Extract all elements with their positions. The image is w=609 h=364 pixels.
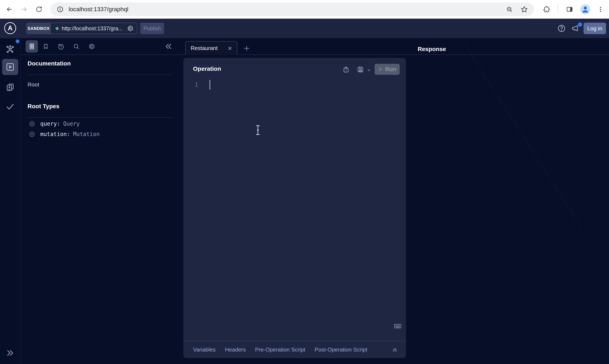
new-tab-plus-icon[interactable]: [243, 44, 250, 52]
apollo-logo[interactable]: A: [4, 22, 16, 34]
docs-divider: [27, 75, 172, 75]
operation-footer: Variables Headers Pre-Operation Script P…: [183, 341, 406, 358]
schema-graph-icon[interactable]: [5, 44, 15, 54]
docs-root-link[interactable]: Root: [27, 81, 39, 88]
field-name[interactable]: mutation:: [40, 131, 70, 137]
back-arrow-icon[interactable]: [3, 3, 15, 15]
help-icon[interactable]: [557, 24, 566, 33]
zoom-out-icon[interactable]: [505, 5, 514, 14]
side-panel-icon[interactable]: [564, 3, 575, 15]
toolbar-separator: [558, 5, 558, 14]
run-button[interactable]: Run: [375, 64, 400, 75]
checks-checkmark-icon[interactable]: [5, 102, 15, 111]
post-operation-script-link[interactable]: Post-Operation Script: [315, 346, 367, 353]
menu-kebab-icon[interactable]: [595, 3, 607, 15]
profile-avatar[interactable]: [580, 4, 590, 14]
text-cursor-pointer: [254, 124, 261, 136]
run-play-icon: [378, 67, 383, 72]
editor-gutter-line: [198, 91, 198, 205]
endpoint-settings-gear-icon[interactable]: [126, 25, 134, 32]
operation-editor-area[interactable]: [205, 79, 395, 364]
variables-link[interactable]: Variables: [193, 346, 216, 353]
apollo-sandbox-app: localhost:1337/graphql A SANDBOX: [0, 0, 609, 364]
response-title: Response: [418, 46, 446, 52]
endpoint-input[interactable]: http://localhost:1337/gra...: [51, 23, 137, 34]
tab-label[interactable]: Restaurant: [191, 45, 227, 52]
site-info-icon[interactable]: [55, 5, 65, 14]
save-icon[interactable]: [357, 66, 364, 73]
sandbox-env-badge: SANDBOX: [27, 23, 51, 34]
pre-operation-script-link[interactable]: Pre-Operation Script: [255, 346, 305, 353]
response-watermark: [463, 41, 581, 227]
announcement-badge-dot: [578, 23, 582, 27]
explorer-play-icon[interactable]: [5, 62, 15, 72]
save-options-chevron-icon[interactable]: [366, 68, 372, 73]
address-bar[interactable]: localhost:1337/graphql: [51, 2, 534, 16]
operation-title: Operation: [193, 65, 221, 72]
operation-panel: Operation Run 1: [183, 58, 406, 358]
documentation-panel: Documentation Root Root Types query:Quer…: [20, 38, 172, 364]
endpoint-group: SANDBOX http://localhost:1337/gra...: [26, 23, 137, 34]
field-type[interactable]: Query: [63, 120, 80, 127]
extensions-puzzle-icon[interactable]: [541, 3, 553, 15]
collapse-docs-chevrons-icon[interactable]: [165, 43, 172, 50]
keyboard-shortcuts-icon[interactable]: [393, 322, 402, 330]
changelog-pages-icon[interactable]: [5, 83, 15, 92]
add-mutation-plus-icon[interactable]: [29, 131, 35, 137]
endpoint-url[interactable]: http://localhost:1337/gra...: [62, 26, 123, 32]
expand-rail-chevrons-icon[interactable]: [5, 348, 15, 358]
apollo-logo-letter: A: [8, 24, 13, 32]
login-button[interactable]: Log in: [583, 23, 606, 34]
share-icon[interactable]: [342, 66, 350, 73]
settings-tab-icon[interactable]: [88, 43, 95, 50]
mutation-field-row[interactable]: mutation:Mutation: [29, 130, 164, 139]
operation-tab-restaurant[interactable]: Restaurant: [185, 41, 237, 55]
browser-chrome: localhost:1337/graphql: [0, 0, 609, 19]
documentation-tab-icon[interactable]: [28, 43, 36, 50]
root-types-title: Root Types: [27, 103, 59, 110]
connection-status-dot: [55, 27, 59, 30]
close-tab-icon[interactable]: [227, 45, 233, 52]
schema-notification-dot: [16, 39, 19, 43]
forward-arrow-icon[interactable]: [18, 3, 30, 15]
history-tab-icon[interactable]: [57, 43, 65, 50]
field-type[interactable]: Mutation: [73, 131, 100, 137]
reload-icon[interactable]: [33, 3, 45, 15]
run-label: Run: [385, 66, 396, 73]
field-name[interactable]: query:: [40, 120, 60, 127]
expand-footer-chevrons-icon[interactable]: [391, 346, 398, 353]
bookmark-star-icon[interactable]: [519, 5, 529, 14]
url-text[interactable]: localhost:1337/graphql: [69, 6, 505, 13]
bookmarks-tab-icon[interactable]: [42, 43, 50, 50]
docs-title: Documentation: [27, 60, 71, 67]
query-field-row[interactable]: query:Query: [29, 119, 164, 128]
editor-line-number: 1: [193, 82, 198, 88]
workspace: Documentation Root Root Types query:Quer…: [0, 38, 609, 364]
headers-link[interactable]: Headers: [225, 346, 246, 353]
left-nav-rail: [0, 38, 21, 364]
publish-button[interactable]: Publish: [140, 23, 164, 34]
apollo-toolbar: A SANDBOX http://localhost:1337/gra... P…: [0, 19, 609, 38]
add-query-plus-icon[interactable]: [29, 120, 35, 127]
search-tab-icon[interactable]: [72, 43, 80, 50]
